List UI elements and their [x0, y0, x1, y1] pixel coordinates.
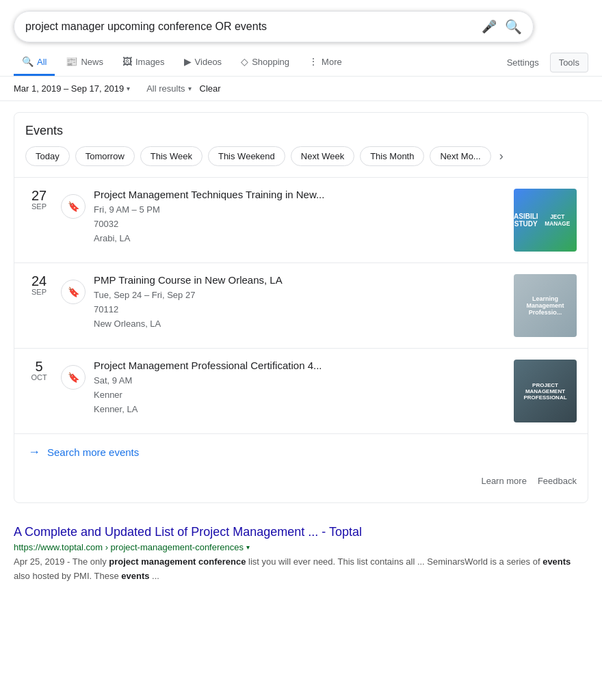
chips-next-arrow-icon[interactable]: ›: [497, 146, 506, 166]
search-icons: 🎤 🔍: [482, 18, 522, 35]
event-location-3: Kenner, LA: [94, 403, 506, 417]
date-range-text: Mar 1, 2019 – Sep 17, 2019: [14, 83, 124, 94]
event-time-2: Tue, Sep 24 – Fri, Sep 27: [94, 288, 506, 303]
nav-tools-button[interactable]: Tools: [550, 53, 588, 72]
event-item-2: 24 SEP 🔖 PMP Training Course in New Orle…: [14, 262, 588, 348]
learn-more-link[interactable]: Learn more: [481, 476, 526, 486]
nav-settings[interactable]: Settings: [499, 51, 547, 75]
nav-item-images[interactable]: 🖼 Images: [114, 49, 173, 76]
clear-button[interactable]: Clear: [200, 83, 221, 94]
event-day-1: 27: [31, 189, 47, 202]
nav-news-label: News: [81, 57, 103, 67]
event-bookmark-2[interactable]: 🔖: [61, 280, 86, 304]
nav-more-label: More: [322, 57, 342, 67]
organic-result-url: https://www.toptal.com › project-managem…: [14, 542, 588, 552]
date-range-filter[interactable]: Mar 1, 2019 – Sep 17, 2019 ▾: [14, 83, 130, 94]
bookmark-icon-3: 🔖: [68, 372, 79, 383]
event-item-3: 5 OCT 🔖 Project Management Professional …: [14, 348, 588, 433]
event-name-2[interactable]: PMP Training Course in New Orleans, LA: [94, 274, 506, 286]
nav-shopping-label: Shopping: [252, 57, 289, 67]
search-bar: 🎤 🔍: [14, 11, 534, 42]
chip-this-weekend[interactable]: This Weekend: [208, 146, 285, 166]
nav-videos-label: Videos: [195, 57, 222, 67]
all-results-label: All results: [146, 83, 185, 94]
bookmark-icon-2: 🔖: [68, 286, 79, 297]
chip-next-month[interactable]: Next Mo...: [430, 146, 490, 166]
chip-this-week[interactable]: This Week: [140, 146, 202, 166]
shopping-icon: ◇: [241, 56, 248, 67]
bookmark-icon-1: 🔖: [68, 201, 79, 212]
search-more-events[interactable]: → Search more events: [14, 433, 588, 470]
event-bookmark-1[interactable]: 🔖: [61, 194, 86, 219]
event-item-1: 27 SEP 🔖 Project Management Techniques T…: [14, 177, 588, 262]
event-name-1[interactable]: Project Management Techniques Training i…: [94, 189, 506, 200]
event-date-3: 5 OCT: [25, 360, 53, 381]
more-icon: ⋮: [309, 56, 318, 67]
nav-item-all[interactable]: 🔍 All: [14, 49, 55, 76]
search-bar-container: 🎤 🔍: [0, 0, 602, 49]
event-info-2: PMP Training Course in New Orleans, LA T…: [94, 274, 506, 331]
event-month-1: SEP: [31, 202, 47, 211]
filter-chips: Today Tomorrow This Week This Weekend Ne…: [14, 146, 588, 177]
event-location-2: New Orleans, LA: [94, 317, 506, 332]
event-time-1: Fri, 9 AM – 5 PM: [94, 203, 506, 217]
organic-snippet-date: Apr 25, 2019: [14, 556, 64, 567]
nav-images-label: Images: [135, 57, 165, 67]
event-image-2[interactable]: LearningManagement Professio...: [514, 274, 577, 337]
event-zip-3: Kenner: [94, 388, 506, 403]
filter-bar: Mar 1, 2019 – Sep 17, 2019 ▾ All results…: [0, 77, 602, 101]
search-more-arrow-icon: →: [28, 445, 40, 459]
event-month-2: SEP: [31, 288, 47, 296]
organic-result: A Complete and Updated List of Project M…: [0, 514, 602, 595]
event-info-3: Project Management Professional Certific…: [94, 360, 506, 416]
date-range-chevron-icon: ▾: [127, 85, 130, 92]
microphone-icon[interactable]: 🎤: [482, 19, 497, 34]
event-date-1: 27 SEP: [25, 189, 53, 211]
event-info-1: Project Management Techniques Training i…: [94, 189, 506, 245]
event-day-2: 24: [31, 274, 47, 288]
images-icon: 🖼: [122, 56, 132, 67]
event-image-placeholder-2: LearningManagement Professio...: [514, 274, 577, 337]
event-image-3[interactable]: PROJECTMANAGEMENTPROFESSIONAL: [514, 360, 577, 422]
nav-all-label: All: [37, 57, 47, 67]
search-submit-icon[interactable]: 🔍: [505, 18, 522, 35]
nav-item-videos[interactable]: ▶ Videos: [176, 49, 231, 76]
chip-next-week[interactable]: Next Week: [291, 146, 354, 166]
organic-snippet-text: The only project management conference l…: [14, 556, 571, 581]
event-location-1: Arabi, LA: [94, 232, 506, 246]
event-date-2: 24 SEP: [25, 274, 53, 296]
all-results-chevron-icon: ▾: [188, 85, 192, 92]
card-footer: Learn more Feedback: [14, 470, 588, 492]
organic-snippet: Apr 25, 2019 - The only project manageme…: [14, 555, 588, 584]
event-image-placeholder-1: ASIBILISTUDYJECT MANAGE: [514, 189, 577, 252]
event-time-3: Sat, 9 AM: [94, 374, 506, 388]
organic-url-arrow-icon: ▾: [246, 543, 250, 551]
organic-result-title[interactable]: A Complete and Updated List of Project M…: [14, 525, 588, 539]
feedback-link[interactable]: Feedback: [538, 476, 577, 486]
event-day-3: 5: [35, 360, 42, 373]
chip-tomorrow[interactable]: Tomorrow: [75, 146, 135, 166]
organic-url-text: https://www.toptal.com › project-managem…: [14, 542, 244, 552]
nav-item-news[interactable]: 📰 News: [57, 49, 112, 76]
nav-item-shopping[interactable]: ◇ Shopping: [233, 49, 298, 76]
chip-today[interactable]: Today: [25, 146, 70, 166]
chip-this-month[interactable]: This Month: [360, 146, 424, 166]
organic-snippet-dash: -: [67, 556, 73, 567]
nav-bar: 🔍 All 📰 News 🖼 Images ▶ Videos ◇ Shoppin…: [0, 49, 602, 77]
event-month-3: OCT: [31, 373, 47, 381]
search-input[interactable]: [25, 21, 482, 33]
news-icon: 📰: [66, 56, 77, 67]
all-results-filter[interactable]: All results ▾: [146, 83, 191, 94]
all-icon: 🔍: [22, 56, 34, 67]
event-bookmark-3[interactable]: 🔖: [61, 365, 86, 390]
search-more-label: Search more events: [47, 446, 139, 458]
event-image-placeholder-3: PROJECTMANAGEMENTPROFESSIONAL: [514, 360, 577, 422]
events-card: Events Today Tomorrow This Week This Wee…: [14, 112, 588, 503]
event-image-1[interactable]: ASIBILISTUDYJECT MANAGE: [514, 189, 577, 252]
event-zip-2: 70112: [94, 303, 506, 317]
event-name-3[interactable]: Project Management Professional Certific…: [94, 360, 506, 371]
events-title: Events: [14, 124, 588, 146]
nav-item-more[interactable]: ⋮ More: [300, 49, 350, 76]
videos-icon: ▶: [184, 56, 192, 67]
event-zip-1: 70032: [94, 217, 506, 232]
